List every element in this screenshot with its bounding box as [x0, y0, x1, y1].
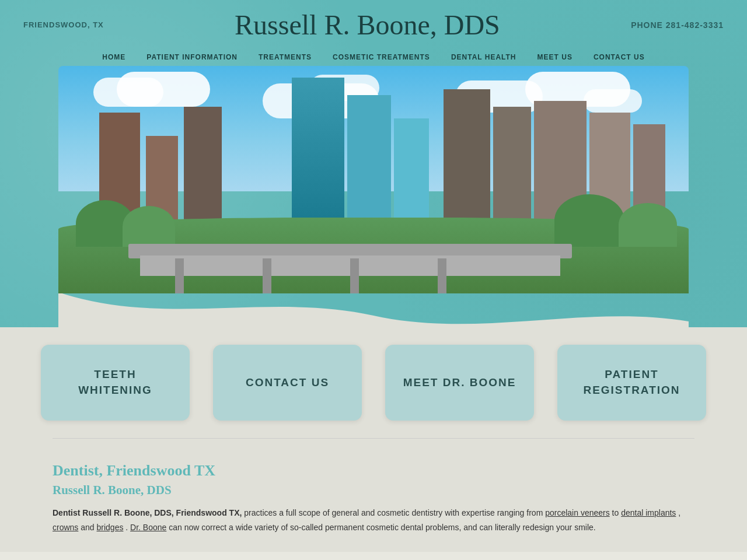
link-dr-boone[interactable]: Dr. Boone — [130, 523, 166, 532]
card-meet-dr-boone-label: MEET DR. BOONE — [403, 376, 516, 390]
para-text-5: . — [125, 523, 130, 532]
nav-home[interactable]: HOME — [92, 48, 136, 66]
hero-image — [58, 66, 689, 293]
divider — [53, 438, 694, 439]
para-text-6: can now correct a wide variety of so-cal… — [169, 523, 595, 532]
nav-cosmetic-treatments[interactable]: COSMETIC TREATMENTS — [322, 48, 441, 66]
phone-info: PHONE 281-482-3331 — [631, 20, 724, 30]
heading-dr-boone: Russell R. Boone, DDS — [53, 483, 694, 498]
hero-wave-bottom — [58, 292, 689, 327]
para-bold-intro: Dentist Russell R. Boone, DDS, Friendswo… — [53, 508, 242, 517]
para-text-1: practices a full scope of general and co… — [244, 508, 545, 517]
main-nav: HOME PATIENT INFORMATION TREATMENTS COSM… — [0, 44, 747, 66]
nav-meet-us[interactable]: MEET US — [527, 48, 583, 66]
card-teeth-whitening-label: TEETHWHITENING — [78, 367, 152, 398]
location-text: FRIENDSWOOD, TX — [23, 20, 104, 29]
para-text-2: to — [612, 508, 622, 517]
nav-patient-information[interactable]: PATIENT INFORMATION — [136, 48, 248, 66]
heading-dentist-friendswood: Dentist, Friendswood TX — [53, 462, 694, 480]
content-paragraph: Dentist Russell R. Boone, DDS, Friendswo… — [53, 506, 694, 534]
nav-dental-health[interactable]: DENTAL HEALTH — [441, 48, 527, 66]
phone-label: PHONE 281-482-3331 — [631, 20, 724, 30]
card-contact-us[interactable]: CONTACT US — [213, 345, 362, 421]
card-patient-registration[interactable]: PATIENTREGISTRATION — [557, 345, 706, 421]
cards-section: TEETHWHITENING CONTACT US MEET DR. BOONE… — [0, 327, 747, 432]
site-title: Russell R. Boone, DDS — [104, 9, 631, 41]
main-content: Dentist, Friendswood TX Russell R. Boone… — [0, 444, 747, 552]
card-teeth-whitening[interactable]: TEETHWHITENING — [41, 345, 190, 421]
link-crowns[interactable]: crowns — [53, 523, 78, 532]
para-text-4: and — [81, 523, 96, 532]
nav-treatments[interactable]: TREATMENTS — [248, 48, 322, 66]
link-bridges[interactable]: bridges — [97, 523, 124, 532]
link-dental-implants[interactable]: dental implants — [621, 508, 676, 517]
nav-contact-us[interactable]: CONTACT US — [583, 48, 655, 66]
para-text-3: , — [678, 508, 680, 517]
card-meet-dr-boone[interactable]: MEET DR. BOONE — [385, 345, 534, 421]
card-patient-registration-label: PATIENTREGISTRATION — [583, 367, 680, 398]
card-contact-us-label: CONTACT US — [246, 376, 329, 390]
link-porcelain-veneers[interactable]: porcelain veneers — [545, 508, 610, 517]
